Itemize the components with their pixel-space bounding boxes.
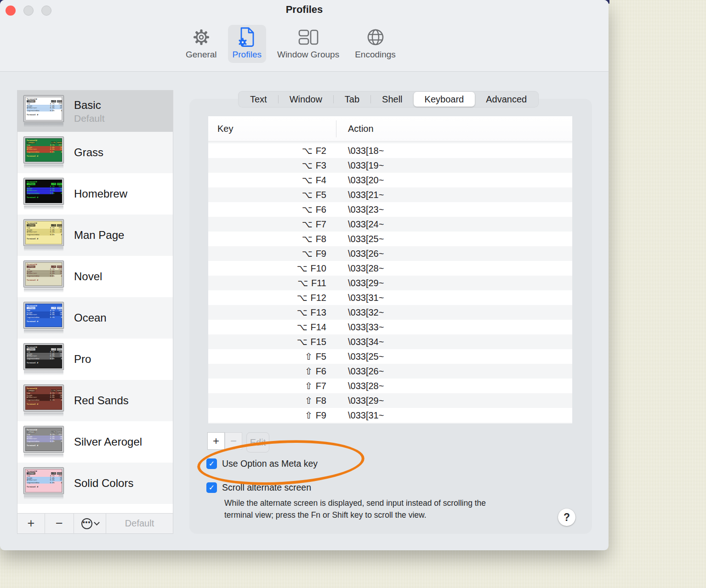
mini-col-cpu: %CPU (51, 389, 56, 391)
edit-mapping-button[interactable]: Edit (246, 432, 269, 452)
remove-profile-button[interactable]: − (45, 514, 74, 533)
more-options-button[interactable]: ••• (74, 514, 106, 533)
key-mapping-row[interactable]: ⌥F3\033[19~ (208, 158, 572, 173)
key-mapping-row[interactable]: ⌥F12\033[31~ (208, 290, 572, 305)
mini-terminal-row: loginwindow0.0%4M (27, 233, 63, 235)
key-cell: ⌥F11 (208, 277, 336, 288)
mini-terminal-title: Terminal# (27, 222, 63, 224)
key-label: F5 (316, 190, 326, 200)
mini-mem-value: 78M (55, 435, 63, 437)
mini-process-name: ATSServer (27, 231, 37, 233)
profile-list-item[interactable]: Terminal#COMMAND%CPURPRVTtop4.1%231KXcod… (17, 297, 173, 339)
set-default-button[interactable]: Default (106, 514, 173, 533)
checkbox-checked[interactable]: ✓ (206, 482, 217, 493)
tab-tab[interactable]: Tab (334, 92, 370, 107)
toolbar-item-window-groups[interactable]: Window Groups (273, 25, 344, 63)
mini-mem-value: 231K (55, 391, 63, 394)
toolbar-item-encodings[interactable]: Encodings (350, 25, 400, 63)
key-mapping-row[interactable]: ⇧F8\033[29~ (208, 393, 572, 408)
column-header-action[interactable]: Action (336, 124, 374, 134)
shift-icon: ⇧ (305, 366, 313, 377)
tab-window[interactable]: Window (279, 92, 333, 107)
key-label: F13 (311, 307, 326, 317)
mini-terminal-row: ATSServer0.0%13M (27, 107, 63, 109)
mini-terminal-row: ATSServer0.0%13M (27, 396, 63, 398)
mini-mem-value: 78M (55, 104, 63, 107)
mini-terminal-row: loginwindow0.0%4M (27, 192, 63, 194)
action-cell: \033[28~ (336, 381, 384, 391)
tab-keyboard[interactable]: Keyboard (414, 92, 475, 107)
mini-terminal-row: Xcode1.4%78M (27, 352, 63, 355)
chevron-down-icon (94, 520, 100, 526)
mini-cpu-value: 0.0% (47, 481, 55, 483)
profile-list-item[interactable]: Terminal#COMMAND%CPURPRVTtop4.1%231KXcod… (17, 463, 173, 504)
mini-process-name: loginwindow (27, 481, 40, 483)
mini-cpu-value: 0.0% (47, 274, 55, 277)
mini-terminal-row: ATSServer0.0%13M (27, 355, 63, 357)
tab-shell[interactable]: Shell (371, 92, 413, 107)
mini-mem-value: 4M (55, 274, 63, 277)
key-label: F6 (316, 204, 326, 215)
checkbox-checked[interactable]: ✓ (206, 458, 217, 469)
mini-process-name: ATSServer (27, 189, 37, 192)
key-mapping-row[interactable]: ⇧F6\033[26~ (208, 364, 572, 379)
key-cell: ⌥F12 (208, 292, 336, 303)
add-profile-button[interactable]: + (17, 514, 45, 533)
key-mapping-row[interactable]: ⌥F9\033[26~ (208, 246, 572, 261)
mini-process-name: ATSServer (27, 355, 37, 357)
key-mapping-row[interactable]: ⌥F10\033[28~ (208, 261, 572, 276)
add-mapping-button[interactable]: + (207, 432, 225, 450)
option-meta-checkbox-row: ✓ Use Option as Meta key (206, 458, 318, 469)
profile-list-item[interactable]: Terminal#COMMAND%CPURPRVTtop4.1%231KXcod… (17, 380, 173, 421)
profile-thumbnail: Terminal#COMMAND%CPURPRVTtop4.1%231KXcod… (24, 344, 66, 375)
help-button[interactable]: ? (558, 509, 575, 526)
key-mapping-row[interactable]: ⌥F11\033[29~ (208, 276, 572, 290)
profile-list-item[interactable]: Terminal#COMMAND%CPURPRVTtop4.1%231KXcod… (17, 256, 173, 297)
profile-label-column: Man Page (74, 229, 124, 242)
key-mapping-row[interactable]: ⌥F14\033[33~ (208, 320, 572, 334)
key-mapping-row[interactable]: ⌥F5\033[21~ (208, 187, 572, 202)
profile-list-item[interactable]: Terminal#COMMAND%CPURPRVTtop4.1%231KXcod… (17, 132, 173, 173)
key-mapping-row[interactable]: ⌥F7\033[24~ (208, 217, 572, 232)
mini-mem-value: 231K (55, 433, 63, 435)
mini-col-cpu: %CPU (51, 141, 56, 143)
toolbar-item-profiles[interactable]: Profiles (228, 25, 266, 63)
shift-icon: ⇧ (305, 395, 313, 406)
profile-list-item[interactable]: Terminal#COMMAND%CPURPRVTtop4.1%231KXcod… (17, 215, 173, 256)
key-mapping-row[interactable]: ⇧F5\033[25~ (208, 349, 572, 364)
mini-terminal-content: Terminal#COMMAND%CPURPRVTtop4.1%231KXcod… (27, 305, 63, 323)
mini-cpu-value: 0.0% (47, 437, 55, 440)
mini-mem-value: 231K (55, 474, 63, 476)
mini-terminal-row: top4.1%231K (27, 185, 63, 187)
tab-text[interactable]: Text (239, 92, 278, 107)
profile-list-item[interactable]: Terminal#COMMAND%CPURPRVTtop4.1%231KXcod… (17, 421, 173, 463)
key-mapping-row[interactable]: ⌥F8\033[25~ (208, 232, 572, 246)
key-mapping-row[interactable]: ⇧F7\033[28~ (208, 379, 572, 393)
mini-process-name: ATSServer (27, 107, 37, 109)
key-mapping-row[interactable]: ⌥F13\033[32~ (208, 305, 572, 320)
key-mapping-row[interactable]: ⌥F4\033[20~ (208, 173, 572, 187)
profile-list-item[interactable]: Terminal#COMMAND%CPURPRVTtop4.1%231KXcod… (17, 173, 173, 215)
mini-mem-value: 231K (55, 226, 63, 228)
profile-list-item[interactable]: Terminal#COMMAND%CPURPRVTtop4.1%231KXcod… (17, 90, 173, 132)
tab-advanced[interactable]: Advanced (475, 92, 538, 107)
mini-mem-value: 78M (55, 270, 63, 272)
key-cell: ⌥F2 (208, 145, 336, 156)
mini-terminal-content: Terminal#COMMAND%CPURPRVTtop4.1%231KXcod… (27, 387, 63, 406)
mini-terminal-row: Xcode1.4%78M (27, 394, 63, 396)
thumbnail-reflection (24, 454, 63, 458)
key-mapping-row[interactable]: ⌥F6\033[23~ (208, 202, 572, 217)
mini-cpu-value: 4.1% (47, 350, 55, 352)
mini-cpu-value: 1.4% (47, 146, 55, 148)
key-mapping-row[interactable]: ⌥F15\033[34~ (208, 334, 572, 349)
mini-cpu-value: 0.0% (47, 109, 55, 111)
thumbnail-reflection (24, 495, 63, 499)
toolbar-item-general[interactable]: General (181, 25, 222, 63)
remove-mapping-button[interactable]: − (225, 432, 242, 450)
mini-cpu-value: 1.4% (47, 104, 55, 107)
profile-list-item[interactable]: Terminal#COMMAND%CPURPRVTtop4.1%231KXcod… (17, 339, 173, 380)
column-header-key[interactable]: Key (208, 124, 336, 134)
key-mapping-row[interactable]: ⌥F2\033[18~ (208, 143, 572, 158)
mini-col-mem: RPRVT (57, 348, 63, 350)
key-mapping-row[interactable]: ⇧F9\033[31~ (208, 408, 572, 423)
